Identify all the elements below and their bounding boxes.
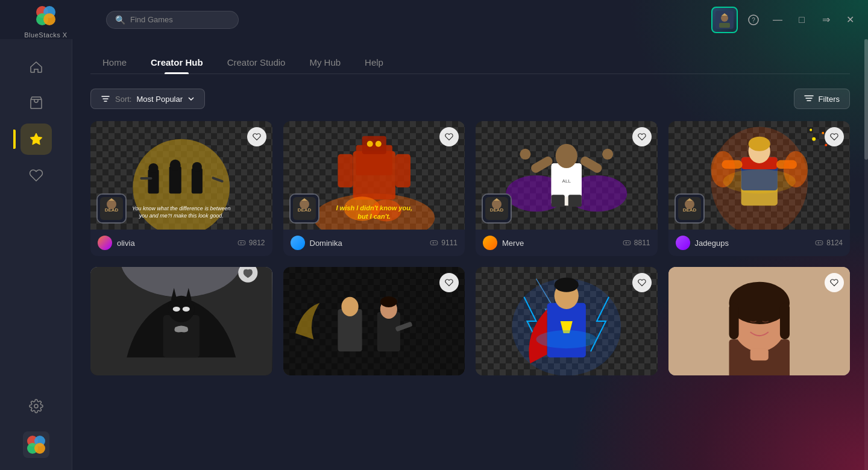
card-2-username: Dominika bbox=[310, 239, 342, 248]
filter-icon bbox=[804, 94, 814, 104]
card-7-like-button[interactable] bbox=[632, 273, 652, 292]
main-content: Home Creator Hub Creator Studio My Hub H… bbox=[72, 39, 868, 470]
titlebar-controls: ? — □ ⇒ ✕ bbox=[711, 7, 858, 33]
card-3-plays: 8811 bbox=[623, 239, 650, 247]
settings-icon bbox=[29, 399, 43, 413]
nav-tabs: Home Creator Hub Creator Studio My Hub H… bbox=[90, 39, 850, 74]
svg-point-106 bbox=[173, 307, 180, 312]
card-4-like-button[interactable] bbox=[825, 127, 844, 146]
card-1-like-button[interactable] bbox=[247, 127, 266, 146]
card-2-badge-image: DEAD bbox=[291, 195, 318, 222]
sidebar bbox=[0, 39, 72, 470]
sidebar-item-home[interactable] bbox=[20, 51, 52, 83]
svg-point-120 bbox=[555, 278, 579, 292]
app-logo: BlueStacks X bbox=[10, 1, 82, 39]
card-1-info: olivia 9812 bbox=[90, 230, 272, 256]
sort-value: Most Popular bbox=[136, 95, 183, 104]
card-3-user: Merve bbox=[483, 236, 524, 250]
card-4[interactable]: DEAD Jadegups bbox=[668, 121, 851, 256]
svg-rect-126 bbox=[729, 303, 738, 339]
svg-point-98 bbox=[820, 242, 821, 243]
svg-point-86 bbox=[748, 137, 770, 151]
card-4-user: Jadegups bbox=[676, 236, 729, 250]
sidebar-item-store[interactable] bbox=[20, 87, 52, 119]
svg-point-76 bbox=[629, 243, 629, 243]
card-2[interactable]: I wish I didn't know you, but I can't. D… bbox=[283, 121, 465, 256]
svg-point-81 bbox=[825, 144, 827, 146]
svg-rect-63 bbox=[529, 155, 554, 174]
bluestacks-bottom-logo bbox=[23, 431, 49, 458]
filter-button[interactable]: Filters bbox=[794, 89, 850, 109]
svg-text:?: ? bbox=[752, 17, 755, 24]
card-2-play-count: 9111 bbox=[441, 239, 458, 247]
minimize-button[interactable]: — bbox=[769, 11, 786, 28]
avatar-image bbox=[715, 11, 734, 29]
svg-point-52 bbox=[300, 199, 309, 209]
svg-rect-127 bbox=[779, 303, 789, 339]
search-input[interactable] bbox=[130, 15, 230, 24]
search-bar[interactable]: 🔍 bbox=[106, 11, 239, 29]
card-8[interactable] bbox=[668, 267, 851, 375]
svg-point-114 bbox=[380, 296, 397, 307]
card-5[interactable] bbox=[90, 267, 272, 375]
card-3-like-button[interactable] bbox=[632, 127, 652, 146]
scrollbar-track[interactable] bbox=[864, 39, 868, 470]
card-3[interactable]: ALL bbox=[476, 121, 658, 256]
card-1-game-badge: DEAD bbox=[96, 193, 127, 224]
maximize-button[interactable]: □ bbox=[793, 11, 810, 28]
card-1-avatar bbox=[98, 236, 112, 250]
svg-point-66 bbox=[602, 149, 613, 160]
card-4-avatar bbox=[676, 236, 690, 250]
close-button[interactable]: ✕ bbox=[841, 11, 858, 28]
svg-point-121 bbox=[536, 330, 597, 348]
card-2-user: Dominika bbox=[291, 236, 342, 250]
bluestacks-logo-icon bbox=[31, 1, 60, 30]
svg-rect-19 bbox=[148, 169, 159, 193]
sidebar-item-settings[interactable] bbox=[20, 390, 52, 422]
svg-point-72 bbox=[492, 199, 502, 209]
svg-point-36 bbox=[244, 243, 244, 243]
card-3-thumb: ALL bbox=[476, 121, 658, 230]
tab-help[interactable]: Help bbox=[353, 51, 395, 74]
svg-point-107 bbox=[183, 307, 190, 312]
svg-rect-40 bbox=[362, 136, 386, 154]
svg-point-55 bbox=[435, 242, 436, 243]
tab-creator-studio[interactable]: Creator Studio bbox=[215, 51, 298, 74]
sidebar-item-featured[interactable] bbox=[20, 124, 52, 155]
svg-point-79 bbox=[822, 132, 824, 134]
cards-grid: You know what the difference is between … bbox=[90, 121, 850, 375]
card-8-like-button[interactable] bbox=[825, 273, 844, 292]
heart-outline-icon bbox=[830, 278, 838, 287]
scrollbar-thumb[interactable] bbox=[864, 39, 868, 160]
tab-home[interactable]: Home bbox=[90, 51, 139, 74]
sort-label: Sort: bbox=[115, 95, 131, 104]
card-2-plays: 9111 bbox=[430, 239, 458, 247]
game-avatar[interactable] bbox=[711, 7, 738, 33]
card-2-like-button[interactable] bbox=[439, 127, 459, 146]
svg-point-91 bbox=[723, 169, 796, 193]
card-6[interactable] bbox=[283, 267, 465, 375]
svg-point-41 bbox=[366, 141, 373, 147]
svg-point-42 bbox=[375, 141, 381, 147]
sort-button[interactable]: Sort: Most Popular bbox=[90, 89, 205, 109]
svg-point-65 bbox=[520, 149, 530, 160]
svg-text:ALL: ALL bbox=[562, 178, 571, 184]
tab-my-hub[interactable]: My Hub bbox=[297, 51, 353, 74]
card-1[interactable]: You know what the difference is between … bbox=[90, 121, 272, 256]
card-7[interactable] bbox=[476, 267, 658, 375]
heart-outline-icon bbox=[445, 278, 453, 287]
tab-creator-hub[interactable]: Creator Hub bbox=[139, 51, 215, 74]
heart-outline-icon bbox=[830, 133, 838, 141]
star-icon bbox=[29, 132, 43, 146]
card-2-info: Dominika 9111 bbox=[283, 230, 465, 256]
svg-point-32 bbox=[107, 199, 116, 209]
sidebar-item-favorites[interactable] bbox=[20, 160, 52, 191]
card-8-thumb bbox=[668, 267, 851, 375]
card-5-image bbox=[90, 267, 272, 375]
card-6-like-button[interactable] bbox=[439, 273, 459, 292]
restore-button[interactable]: ⇒ bbox=[817, 11, 834, 28]
svg-point-111 bbox=[341, 297, 358, 316]
sidebar-bottom bbox=[20, 390, 52, 458]
chevron-down-icon bbox=[187, 95, 195, 102]
help-button[interactable]: ? bbox=[745, 11, 762, 28]
